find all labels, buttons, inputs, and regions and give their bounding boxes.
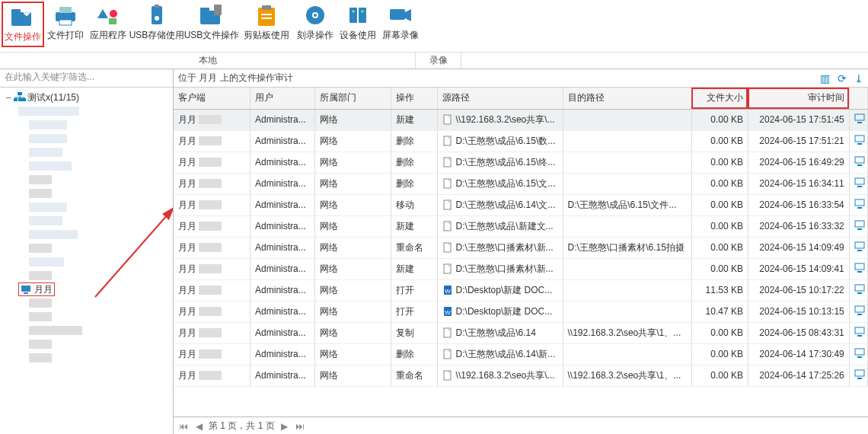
columns-icon[interactable]: ▥ bbox=[820, 72, 830, 85]
cell-end[interactable] bbox=[849, 322, 867, 343]
tree-node-blur bbox=[29, 230, 78, 239]
table-row[interactable]: 月月 Administra...网络复制D:\王憨憨\成品\6.14\\192.… bbox=[174, 322, 868, 343]
pager-next[interactable]: ▶ bbox=[279, 421, 290, 432]
col-dept[interactable]: 所属部门 bbox=[314, 88, 391, 109]
table-row[interactable]: 月月 Administra...网络重命名D:\王憨憨\口播素材\新...D:\… bbox=[174, 237, 868, 258]
pager-prev[interactable]: ◀ bbox=[193, 421, 204, 432]
cell-size: 10.47 KB bbox=[691, 301, 748, 322]
cell-end[interactable] bbox=[849, 109, 867, 130]
ribbon: 文件操作文件打印应用程序USB存储使用USB文件操作剪贴板使用刻录操作设备使用屏… bbox=[0, 0, 868, 69]
cell-dept: 网络 bbox=[314, 343, 391, 365]
cell-dst bbox=[563, 215, 691, 237]
tree-item[interactable] bbox=[18, 269, 173, 282]
tree-item[interactable] bbox=[18, 200, 173, 214]
col-client[interactable]: 客户端 bbox=[174, 88, 251, 109]
ribbon-burn[interactable]: 刻录操作 bbox=[294, 2, 337, 47]
ribbon-clipboard[interactable]: 剪贴板使用 bbox=[239, 2, 294, 47]
file-icon bbox=[442, 242, 453, 253]
tree-item[interactable] bbox=[18, 145, 173, 159]
table-row[interactable]: 月月 Administra...网络新建D:\王憨憨\口播素材\新...0.00… bbox=[174, 258, 868, 279]
table-row[interactable]: 月月 Administra...网络新建D:\王憨憨\成品\新建文...0.00… bbox=[174, 215, 868, 237]
pager-first[interactable]: ⏮ bbox=[178, 421, 189, 432]
tree-item[interactable]: 月月 bbox=[18, 282, 173, 296]
cell-client: 月月 bbox=[174, 343, 251, 365]
filter-input[interactable]: 在此输入关键字筛选... bbox=[0, 69, 173, 88]
collapse-icon[interactable]: – bbox=[5, 92, 12, 103]
col-op[interactable]: 操作 bbox=[391, 88, 437, 109]
tree-item[interactable] bbox=[18, 296, 173, 310]
export-icon[interactable]: ⤓ bbox=[854, 72, 863, 85]
tree-children: 月月 bbox=[5, 104, 173, 365]
ribbon-file-ops[interactable]: 文件操作 bbox=[2, 2, 44, 47]
table-row[interactable]: 月月 Administra...网络移动D:\王憨憨\成品\6.14\文...D… bbox=[174, 194, 868, 215]
cell-end[interactable] bbox=[849, 237, 867, 258]
tree-item[interactable] bbox=[18, 214, 173, 228]
col-dst[interactable]: 目的路径 bbox=[563, 88, 691, 109]
ribbon-label: 设备使用 bbox=[340, 29, 376, 42]
cell-end[interactable] bbox=[849, 215, 867, 237]
tree-item[interactable] bbox=[18, 187, 173, 200]
table-row[interactable]: 月月 Administra...网络重命名\\192.168.3.2\seo共享… bbox=[174, 365, 868, 386]
cell-op: 新建 bbox=[391, 258, 437, 279]
col-size[interactable]: 文件大小 bbox=[691, 88, 748, 109]
table: 客户端 用户 所属部门 操作 源路径 目的路径 文件大小 审计时间 月月 Adm… bbox=[174, 88, 868, 416]
ribbon-usb-storage[interactable]: USB存储使用 bbox=[129, 2, 184, 47]
col-time[interactable]: 审计时间 bbox=[748, 88, 849, 109]
svg-rect-42 bbox=[855, 178, 864, 184]
tree-item[interactable] bbox=[18, 173, 173, 187]
ribbon-file-print[interactable]: 文件打印 bbox=[44, 2, 87, 47]
tree-item[interactable] bbox=[18, 337, 173, 351]
table-row[interactable]: 月月 Administra...网络删除D:\王憨憨\成品\6.15\文...0… bbox=[174, 173, 868, 194]
cell-end[interactable] bbox=[849, 152, 867, 173]
file-icon: W bbox=[442, 306, 453, 317]
table-row[interactable]: 月月 Administra...网络删除D:\王憨憨\成品\6.15\终...0… bbox=[174, 152, 868, 173]
col-src[interactable]: 源路径 bbox=[437, 88, 563, 109]
tree-node-highlight[interactable]: 月月 bbox=[18, 282, 55, 296]
table-row[interactable]: 月月 Administra...网络删除D:\王憨憨\成品\6.14\新...0… bbox=[174, 343, 868, 365]
cell-end[interactable] bbox=[849, 279, 867, 301]
tree-item[interactable] bbox=[18, 159, 173, 173]
cell-end[interactable] bbox=[849, 365, 867, 386]
refresh-icon[interactable]: ⟳ bbox=[838, 72, 847, 85]
ribbon-usb-file[interactable]: USB文件操作 bbox=[184, 2, 239, 47]
pager: ⏮ ◀ 第 1 页，共 1 页 ▶ ⏭ bbox=[174, 416, 868, 434]
table-row[interactable]: 月月 Administra...网络打开WD:\Desktop\新建 DOC..… bbox=[174, 301, 868, 322]
tree-item[interactable] bbox=[18, 228, 173, 241]
cell-size: 0.00 KB bbox=[691, 237, 748, 258]
tree-item[interactable] bbox=[18, 255, 173, 269]
cell-user: Administra... bbox=[251, 322, 315, 343]
ribbon-label: 刻录操作 bbox=[297, 29, 333, 42]
col-user[interactable]: 用户 bbox=[251, 88, 315, 109]
pager-last[interactable]: ⏭ bbox=[295, 421, 305, 432]
tree-item[interactable] bbox=[18, 241, 173, 255]
tree-item[interactable] bbox=[18, 132, 173, 145]
svg-rect-46 bbox=[857, 207, 862, 209]
ribbon-device[interactable]: 设备使用 bbox=[337, 2, 379, 47]
cell-end[interactable] bbox=[849, 301, 867, 322]
table-row[interactable]: 月月 Administra...网络删除D:\王憨憨\成品\6.15\数...0… bbox=[174, 130, 868, 152]
cell-time: 2024-06-15 17:51:45 bbox=[748, 109, 849, 130]
cell-src: \\192.168.3.2\seo共享\... bbox=[437, 109, 563, 130]
ribbon-label: 应用程序 bbox=[90, 29, 126, 42]
tree-root-item[interactable]: – 测试x(11/15) bbox=[5, 91, 173, 104]
cell-end[interactable] bbox=[849, 194, 867, 215]
svg-text:W: W bbox=[445, 288, 451, 295]
cell-op: 打开 bbox=[391, 279, 437, 301]
ribbon-apps[interactable]: 应用程序 bbox=[87, 2, 129, 47]
cell-end[interactable] bbox=[849, 130, 867, 152]
table-row[interactable]: 月月 Administra...网络打开WD:\Desktop\新建 DOC..… bbox=[174, 279, 868, 301]
ribbon-screen-rec[interactable]: 屏幕录像 bbox=[379, 2, 422, 47]
cell-end[interactable] bbox=[849, 343, 867, 365]
tree-item[interactable] bbox=[18, 104, 173, 118]
cell-size: 0.00 KB bbox=[691, 194, 748, 215]
cell-end[interactable] bbox=[849, 258, 867, 279]
svg-rect-65 bbox=[855, 327, 864, 333]
tree-node-blur bbox=[29, 326, 82, 335]
cell-end[interactable] bbox=[849, 173, 867, 194]
tree-item[interactable] bbox=[18, 118, 173, 132]
tree-item[interactable] bbox=[18, 310, 173, 324]
tree-item[interactable] bbox=[18, 324, 173, 337]
tree-item[interactable] bbox=[18, 351, 173, 365]
cell-dept: 网络 bbox=[314, 173, 391, 194]
table-row[interactable]: 月月 Administra...网络新建\\192.168.3.2\seo共享\… bbox=[174, 109, 868, 130]
